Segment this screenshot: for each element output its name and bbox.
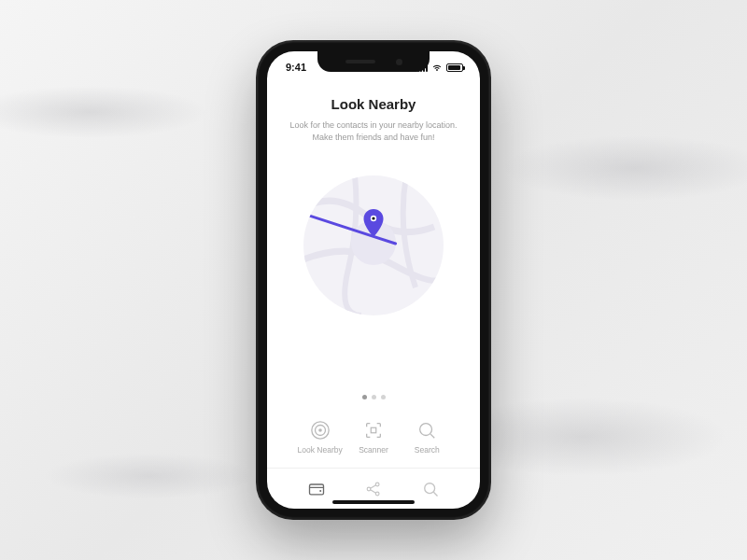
search-icon[interactable]: [421, 480, 440, 498]
screen: 9:41 Look Nearby Look for the contacts i…: [267, 51, 480, 509]
carousel-dot-2[interactable]: [381, 395, 386, 399]
svg-line-15: [371, 489, 376, 492]
status-time: 9:41: [286, 62, 306, 73]
svg-line-14: [371, 484, 376, 487]
carousel-dot-0[interactable]: [362, 395, 367, 399]
action-label: Look Nearby: [298, 445, 343, 455]
phone-frame: 9:41 Look Nearby Look for the contacts i…: [258, 42, 489, 518]
svg-point-2: [372, 217, 374, 219]
scan-icon: [363, 420, 384, 441]
action-scanner[interactable]: Scanner: [346, 420, 400, 455]
svg-point-5: [318, 428, 322, 432]
map-roads: [303, 175, 444, 315]
svg-line-8: [430, 434, 434, 438]
action-label: Scanner: [359, 445, 388, 455]
svg-line-17: [434, 492, 438, 496]
battery-icon: [446, 63, 463, 72]
radar-icon: [310, 420, 331, 441]
svg-point-16: [425, 483, 435, 493]
svg-rect-6: [371, 427, 376, 433]
carousel-dots[interactable]: [362, 361, 386, 399]
action-row: Look Nearby Scanner Search: [288, 420, 459, 455]
page-title: Look Nearby: [331, 96, 416, 112]
location-pin-icon: [362, 209, 385, 237]
home-indicator[interactable]: [332, 500, 415, 504]
notch: [317, 51, 430, 72]
map-illustration: [303, 175, 444, 315]
share-icon[interactable]: [364, 480, 383, 498]
wifi-icon: [431, 63, 443, 72]
action-label: Search: [415, 445, 440, 455]
page-subtitle: Look for the contacts in your nearby loc…: [289, 119, 457, 144]
action-look-nearby[interactable]: Look Nearby: [293, 420, 346, 455]
svg-point-10: [319, 490, 321, 492]
wallet-icon[interactable]: [307, 480, 326, 498]
svg-point-13: [375, 492, 379, 496]
svg-point-11: [367, 487, 371, 491]
svg-rect-9: [309, 484, 323, 495]
carousel-dot-1[interactable]: [372, 395, 376, 399]
svg-point-12: [375, 483, 379, 486]
main-content: Look Nearby Look for the contacts in you…: [267, 83, 480, 455]
svg-point-7: [420, 424, 432, 436]
action-search[interactable]: Search: [401, 420, 454, 455]
search-circle-icon: [416, 420, 437, 441]
